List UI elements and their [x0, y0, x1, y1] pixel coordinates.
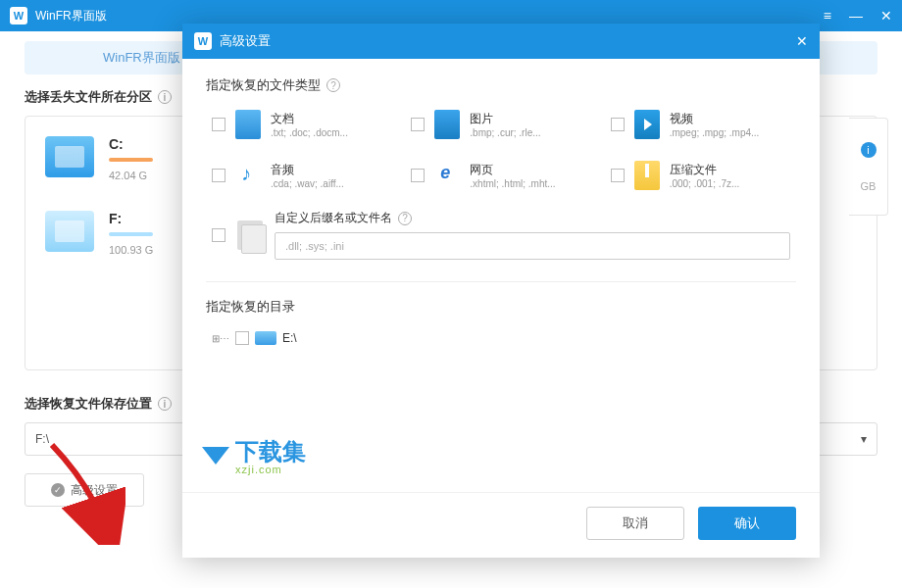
drive-letter: F: — [109, 211, 153, 226]
watermark-logo: 下载集 xzji.com — [202, 436, 306, 475]
drive-icon — [45, 211, 94, 252]
ok-button[interactable]: 确认 — [698, 507, 796, 540]
filetype-documents[interactable]: 文档 .txt; .doc; .docm... — [212, 110, 391, 139]
checkbox[interactable] — [611, 169, 625, 182]
drive-size: 42.04 G — [109, 170, 153, 181]
drive-usage-bar — [109, 158, 153, 162]
files-icon — [237, 220, 263, 250]
drive-usage-bar — [109, 232, 153, 236]
info-icon[interactable]: i — [158, 397, 172, 411]
dialog-titlebar: W 高级设置 ✕ — [182, 24, 820, 59]
advanced-settings-dialog: W 高级设置 ✕ 指定恢复的文件类型 ? 文档 .txt; .doc; .doc… — [182, 24, 820, 558]
image-icon — [434, 110, 460, 139]
video-icon — [634, 110, 660, 139]
document-icon — [235, 110, 261, 139]
filetype-videos[interactable]: 视频 .mpeg; .mpg; .mp4... — [611, 110, 790, 139]
filetype-images[interactable]: 图片 .bmp; .cur; .rle... — [411, 110, 590, 139]
checkbox[interactable] — [212, 228, 226, 242]
cancel-button[interactable]: 取消 — [586, 507, 684, 540]
checkbox[interactable] — [212, 169, 226, 182]
download-arrow-icon — [202, 447, 229, 465]
dialog-logo-icon: W — [194, 32, 212, 50]
checkbox[interactable] — [212, 118, 226, 131]
gear-icon: ✓ — [51, 483, 65, 497]
archive-icon — [634, 161, 660, 190]
banner-text: WinFR界面版 — [103, 49, 180, 67]
audio-icon — [235, 161, 261, 190]
checkbox[interactable] — [411, 169, 425, 182]
custom-extension-input[interactable]: .dll; .sys; .ini — [275, 232, 790, 260]
info-icon[interactable]: i — [158, 90, 172, 104]
divider — [206, 281, 796, 282]
directory-tree-root[interactable]: ⊞⋯ E:\ — [206, 331, 796, 345]
chevron-down-icon: ▾ — [861, 432, 867, 446]
advanced-settings-button[interactable]: ✓ 高级设置 — [25, 473, 144, 507]
filetype-section-label: 指定恢复的文件类型 ? — [206, 76, 796, 94]
checkbox[interactable] — [235, 331, 249, 345]
drive-icon — [255, 331, 276, 345]
right-info-panel: i GB — [849, 118, 888, 216]
drive-letter: C: — [109, 136, 153, 152]
app-title: WinFR界面版 — [35, 8, 824, 24]
save-location-value: F:\ — [35, 432, 49, 446]
dialog-close-icon[interactable]: ✕ — [796, 33, 808, 49]
web-icon — [434, 161, 460, 190]
custom-extension-label: 自定义后缀名或文件名 ? — [275, 210, 790, 226]
drive-icon — [45, 136, 94, 177]
checkbox[interactable] — [611, 118, 625, 131]
info-icon[interactable]: ? — [398, 212, 412, 225]
info-icon[interactable]: ? — [326, 78, 340, 92]
tree-root-label: E:\ — [282, 331, 297, 345]
close-icon[interactable]: ✕ — [880, 8, 892, 24]
filetype-archives[interactable]: 压缩文件 .000; .001; .7z... — [611, 161, 790, 190]
directory-section-label: 指定恢复的目录 — [206, 298, 796, 316]
filetype-audio[interactable]: 音频 .cda; .wav; .aiff... — [212, 161, 391, 190]
menu-icon[interactable]: ≡ — [824, 8, 831, 24]
tree-expand-icon[interactable]: ⊞⋯ — [212, 333, 229, 344]
gb-label: GB — [861, 180, 877, 192]
minimize-icon[interactable]: — — [849, 8, 863, 24]
dialog-title: 高级设置 — [220, 32, 796, 50]
drive-size: 100.93 G — [109, 244, 153, 256]
checkbox[interactable] — [411, 118, 425, 131]
app-logo-icon: W — [10, 7, 27, 24]
filetype-web[interactable]: 网页 .xhtml; .html; .mht... — [411, 161, 590, 190]
info-icon[interactable]: i — [861, 142, 877, 158]
